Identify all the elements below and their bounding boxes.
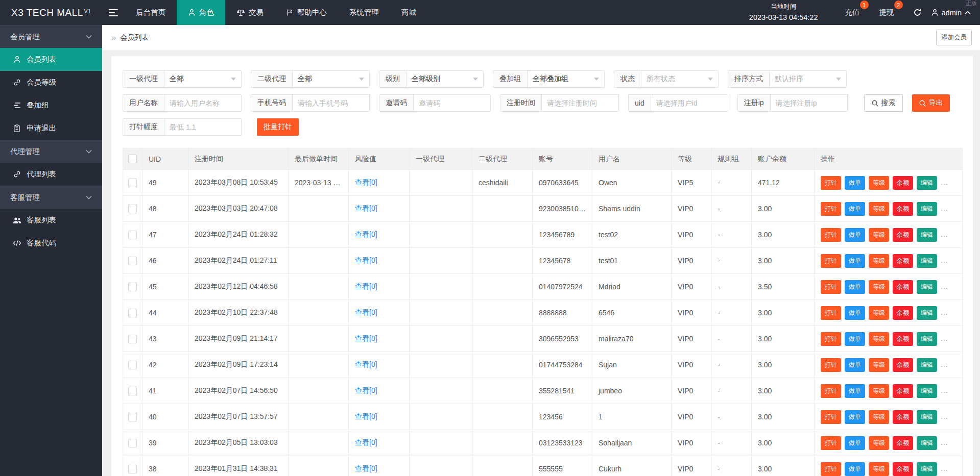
action-balance-button[interactable]: 余额 (893, 176, 913, 190)
action-edit-button[interactable]: 编辑 (917, 176, 937, 190)
nav-item-role[interactable]: 角色 (177, 0, 225, 25)
sidebar-group-agent-mgmt[interactable]: 代理管理 (0, 140, 102, 163)
recharge-button[interactable]: 充值 1 (839, 8, 867, 17)
action-inject-button[interactable]: 打针 (821, 410, 841, 424)
risk-view-link[interactable]: 查看[0] (355, 178, 377, 186)
sidebar-item-apply-exit[interactable]: 申请退出 (0, 117, 102, 140)
action-order-button[interactable]: 做单 (845, 176, 865, 190)
action-level-button[interactable]: 等级 (869, 254, 889, 268)
sidebar-item-service-code[interactable]: 客服代码 (0, 232, 102, 255)
action-balance-button[interactable]: 余额 (893, 410, 913, 424)
action-order-button[interactable]: 做单 (845, 280, 865, 294)
action-order-button[interactable]: 做单 (845, 410, 865, 424)
more-actions-button[interactable]: ... (941, 438, 948, 446)
action-edit-button[interactable]: 编辑 (917, 280, 937, 294)
row-checkbox[interactable] (128, 465, 137, 473)
sidebar-item-member-level[interactable]: 会员等级 (0, 71, 102, 94)
nav-item-trade[interactable]: 交易 (225, 0, 275, 25)
filter-input-phone[interactable] (293, 95, 369, 111)
action-edit-button[interactable]: 编辑 (917, 384, 937, 398)
action-order-button[interactable]: 做单 (845, 462, 865, 476)
row-checkbox[interactable] (128, 361, 137, 369)
filter-select-status[interactable]: 所有状态 (641, 71, 718, 87)
row-checkbox[interactable] (128, 309, 137, 317)
risk-view-link[interactable]: 查看[0] (355, 412, 377, 420)
row-checkbox[interactable] (128, 283, 137, 291)
action-edit-button[interactable]: 编辑 (917, 332, 937, 346)
action-balance-button[interactable]: 余额 (893, 280, 913, 294)
filter-input-invite-code[interactable] (414, 95, 490, 111)
admin-menu[interactable]: admin (931, 9, 971, 17)
action-edit-button[interactable]: 编辑 (917, 306, 937, 320)
action-level-button[interactable]: 等级 (869, 306, 889, 320)
action-level-button[interactable]: 等级 (869, 384, 889, 398)
action-order-button[interactable]: 做单 (845, 228, 865, 242)
filter-select-sort[interactable]: 默认排序 (770, 71, 846, 87)
action-level-button[interactable]: 等级 (869, 228, 889, 242)
action-order-button[interactable]: 做单 (845, 202, 865, 216)
sidebar-item-stack-group[interactable]: 叠加组 (0, 94, 102, 117)
row-checkbox[interactable] (128, 257, 137, 265)
sidebar-group-service-mgmt[interactable]: 客服管理 (0, 186, 102, 209)
risk-view-link[interactable]: 查看[0] (355, 438, 377, 446)
action-order-button[interactable]: 做单 (845, 358, 865, 372)
action-balance-button[interactable]: 余额 (893, 306, 913, 320)
action-balance-button[interactable]: 余额 (893, 358, 913, 372)
action-inject-button[interactable]: 打针 (821, 254, 841, 268)
risk-view-link[interactable]: 查看[0] (355, 204, 377, 212)
more-actions-button[interactable]: ... (941, 308, 948, 316)
action-order-button[interactable]: 做单 (845, 332, 865, 346)
refresh-icon[interactable] (913, 8, 922, 17)
row-checkbox[interactable] (128, 439, 137, 447)
action-edit-button[interactable]: 编辑 (917, 202, 937, 216)
withdraw-button[interactable]: 提现 2 (873, 8, 901, 17)
sidebar-item-member-list[interactable]: 会员列表 (0, 48, 102, 71)
action-edit-button[interactable]: 编辑 (917, 462, 937, 476)
action-order-button[interactable]: 做单 (845, 254, 865, 268)
select-all-checkbox[interactable] (128, 155, 137, 163)
more-actions-button[interactable]: ... (941, 204, 948, 212)
row-checkbox[interactable] (128, 413, 137, 421)
batch-inject-button[interactable]: 批量打针 (257, 118, 299, 136)
risk-view-link[interactable]: 查看[0] (355, 308, 377, 316)
action-inject-button[interactable]: 打针 (821, 358, 841, 372)
risk-view-link[interactable]: 查看[0] (355, 282, 377, 290)
risk-view-link[interactable]: 查看[0] (355, 230, 377, 238)
more-actions-button[interactable]: ... (941, 282, 948, 290)
more-actions-button[interactable]: ... (941, 178, 948, 186)
menu-toggle-icon[interactable] (102, 0, 125, 25)
action-inject-button[interactable]: 打针 (821, 332, 841, 346)
more-actions-button[interactable]: ... (941, 334, 948, 342)
action-balance-button[interactable]: 余额 (893, 384, 913, 398)
risk-view-link[interactable]: 查看[0] (355, 334, 377, 342)
action-inject-button[interactable]: 打针 (821, 436, 841, 450)
action-level-button[interactable]: 等级 (869, 176, 889, 190)
action-inject-button[interactable]: 打针 (821, 280, 841, 294)
nav-item-system[interactable]: 系统管理 (338, 0, 390, 25)
action-level-button[interactable]: 等级 (869, 202, 889, 216)
filter-input-reg-time[interactable] (542, 95, 618, 111)
action-order-button[interactable]: 做单 (845, 306, 865, 320)
search-button[interactable]: 搜索 (864, 94, 903, 112)
sidebar-item-service-list[interactable]: 客服列表 (0, 209, 102, 232)
filter-select-agent1[interactable]: 全部 (164, 71, 241, 87)
row-checkbox[interactable] (128, 231, 137, 239)
more-actions-button[interactable]: ... (941, 386, 948, 394)
more-actions-button[interactable]: ... (941, 360, 948, 368)
risk-view-link[interactable]: 查看[0] (355, 360, 377, 368)
row-checkbox[interactable] (128, 205, 137, 213)
action-inject-button[interactable]: 打针 (821, 176, 841, 190)
add-member-button[interactable]: 添加会员 (936, 30, 972, 45)
action-edit-button[interactable]: 编辑 (917, 436, 937, 450)
nav-item-help-center[interactable]: 帮助中心 (275, 0, 338, 25)
row-checkbox[interactable] (128, 179, 137, 187)
nav-item-home[interactable]: 后台首页 (125, 0, 177, 25)
action-edit-button[interactable]: 编辑 (917, 358, 937, 372)
action-balance-button[interactable]: 余额 (893, 436, 913, 450)
action-inject-button[interactable]: 打针 (821, 306, 841, 320)
risk-view-link[interactable]: 查看[0] (355, 464, 377, 472)
action-level-button[interactable]: 等级 (869, 332, 889, 346)
filter-select-level[interactable]: 全部级别 (407, 71, 483, 87)
inject-range-input[interactable] (164, 119, 241, 135)
action-balance-button[interactable]: 余额 (893, 332, 913, 346)
